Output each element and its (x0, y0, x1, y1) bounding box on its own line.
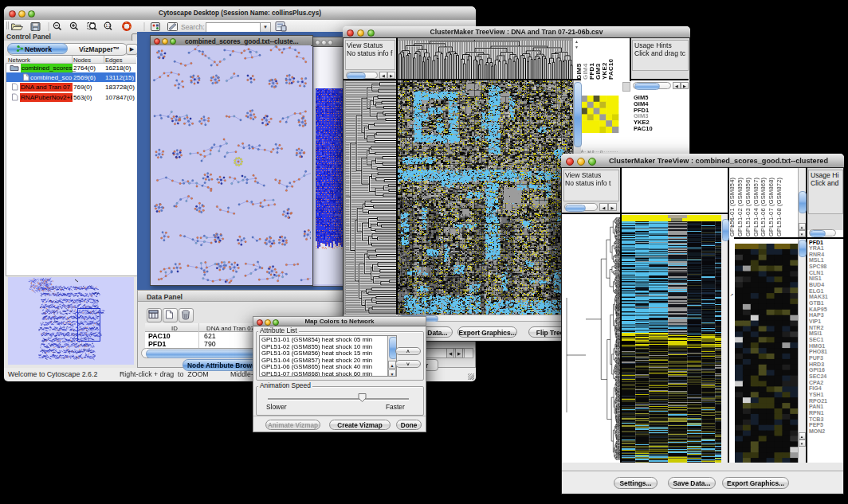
svg-text:1:1: 1:1 (106, 24, 112, 28)
